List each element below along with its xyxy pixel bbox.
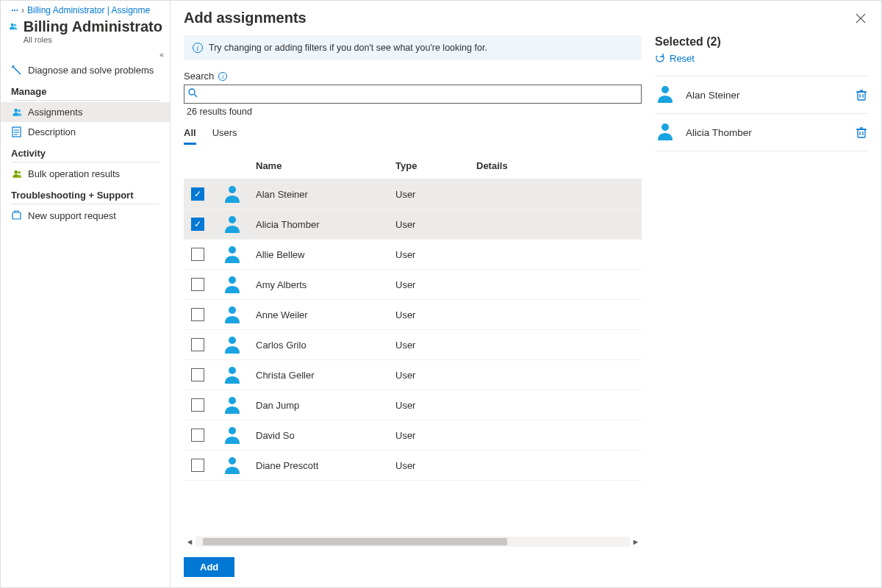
- people-icon: [11, 107, 22, 118]
- row-checkbox[interactable]: [191, 278, 204, 291]
- selected-item: Alan Steiner: [655, 76, 868, 114]
- breadcrumb-ellipsis-icon[interactable]: ···: [11, 5, 18, 15]
- row-name: Anne Weiler: [256, 309, 395, 320]
- person-icon: [222, 184, 243, 204]
- tab-users[interactable]: Users: [212, 127, 237, 145]
- person-icon: [222, 395, 243, 415]
- row-name: Diane Prescott: [256, 460, 395, 471]
- svg-rect-5: [12, 212, 21, 219]
- selected-name: Alicia Thomber: [686, 127, 846, 138]
- info-text: Try changing or adding filters if you do…: [209, 43, 487, 53]
- sidebar-item-description[interactable]: Description: [1, 122, 170, 142]
- breadcrumb-sep: ›: [21, 5, 24, 15]
- col-details: Details: [476, 160, 642, 171]
- close-icon: [856, 13, 866, 24]
- row-checkbox[interactable]: [191, 248, 204, 261]
- sidebar-item-label: Assignments: [28, 107, 82, 118]
- row-type: User: [395, 219, 476, 230]
- col-name: Name: [256, 160, 395, 171]
- close-button[interactable]: [853, 11, 868, 26]
- row-name: David So: [256, 430, 395, 441]
- table-row[interactable]: Amy AlbertsUser: [184, 270, 642, 300]
- search-input[interactable]: [184, 85, 642, 104]
- person-icon: [655, 84, 677, 106]
- row-name: Allie Bellew: [256, 249, 395, 260]
- nav-section-title: Activity: [1, 142, 170, 162]
- info-icon[interactable]: i: [218, 72, 227, 81]
- row-type: User: [395, 400, 476, 411]
- row-name: Alan Steiner: [256, 189, 395, 200]
- row-checkbox[interactable]: [191, 368, 204, 381]
- table-row[interactable]: Carlos GriloUser: [184, 330, 642, 360]
- row-name: Amy Alberts: [256, 279, 395, 290]
- row-name: Carlos Grilo: [256, 340, 395, 351]
- table-row[interactable]: Allie BellewUser: [184, 240, 642, 270]
- row-checkbox[interactable]: [191, 429, 204, 442]
- doc-icon: [11, 126, 22, 137]
- row-checkbox[interactable]: [191, 398, 204, 412]
- reset-link[interactable]: Reset: [655, 53, 868, 64]
- table-row[interactable]: Dan JumpUser: [184, 390, 642, 420]
- table-row[interactable]: David SoUser: [184, 420, 642, 451]
- add-button[interactable]: Add: [184, 557, 234, 577]
- sidebar-item-label: Bulk operation results: [28, 168, 120, 179]
- scroll-right-icon[interactable]: ►: [630, 537, 642, 546]
- collapse-icon[interactable]: «: [159, 50, 164, 59]
- sidebar-item-label: New support request: [28, 210, 116, 221]
- page-title: Billing Administrato: [24, 18, 162, 35]
- support-icon: [11, 210, 22, 221]
- row-type: User: [395, 340, 476, 351]
- row-type: User: [395, 309, 476, 320]
- reset-label: Reset: [670, 53, 695, 64]
- search-label: Search: [184, 71, 214, 82]
- sidebar-item-bulk[interactable]: Bulk operation results: [1, 164, 170, 184]
- row-checkbox[interactable]: [191, 338, 204, 351]
- row-type: User: [395, 430, 476, 441]
- sidebar-item-diagnose[interactable]: Diagnose and solve problems: [1, 60, 170, 80]
- sidebar-item-label: Description: [28, 126, 76, 137]
- horizontal-scrollbar[interactable]: ◄ ►: [184, 535, 642, 548]
- row-checkbox[interactable]: [191, 308, 204, 321]
- reset-icon: [655, 54, 665, 64]
- person-icon: [222, 455, 243, 476]
- row-name: Dan Jump: [256, 400, 395, 411]
- info-bar: i Try changing or adding filters if you …: [184, 35, 642, 60]
- page-subtitle: All roles: [24, 35, 162, 44]
- remove-button[interactable]: [855, 88, 868, 101]
- results-count: 26 results found: [187, 107, 642, 117]
- nav-section-title: Troubleshooting + Support: [1, 184, 170, 204]
- scroll-left-icon[interactable]: ◄: [184, 537, 196, 546]
- row-type: User: [395, 460, 476, 471]
- breadcrumb-link[interactable]: Billing Administrator | Assignme: [27, 5, 150, 15]
- person-icon: [222, 304, 243, 325]
- breadcrumb[interactable]: ··· › Billing Administrator | Assignme: [1, 1, 170, 15]
- info-icon: i: [193, 43, 203, 53]
- nav-section-title: Manage: [1, 80, 170, 100]
- row-checkbox[interactable]: [191, 459, 204, 472]
- people-green-icon: [11, 168, 22, 179]
- row-checkbox[interactable]: [191, 187, 204, 201]
- selected-item: Alicia Thomber: [655, 114, 868, 151]
- person-icon: [222, 244, 243, 265]
- person-icon: [222, 274, 243, 295]
- row-type: User: [395, 370, 476, 381]
- row-type: User: [395, 189, 476, 200]
- row-name: Christa Geller: [256, 370, 395, 381]
- table-row[interactable]: Christa GellerUser: [184, 360, 642, 390]
- row-type: User: [395, 249, 476, 260]
- sidebar-item-assignments[interactable]: Assignments: [1, 102, 170, 122]
- results-list[interactable]: Alan SteinerUserAlicia ThomberUserAllie …: [184, 179, 642, 532]
- row-name: Alicia Thomber: [256, 219, 395, 230]
- remove-button[interactable]: [855, 126, 868, 139]
- table-row[interactable]: Alicia ThomberUser: [184, 209, 642, 240]
- table-row[interactable]: Alan SteinerUser: [184, 179, 642, 209]
- row-type: User: [395, 279, 476, 290]
- table-header: Name Type Details: [184, 153, 642, 179]
- selected-name: Alan Steiner: [686, 90, 846, 101]
- table-row[interactable]: Diane PrescottUser: [184, 451, 642, 481]
- page-header: Billing Administrato All roles: [1, 15, 170, 50]
- tab-all[interactable]: All: [184, 127, 196, 145]
- row-checkbox[interactable]: [191, 218, 204, 231]
- sidebar-item-support[interactable]: New support request: [1, 206, 170, 226]
- table-row[interactable]: Anne WeilerUser: [184, 300, 642, 330]
